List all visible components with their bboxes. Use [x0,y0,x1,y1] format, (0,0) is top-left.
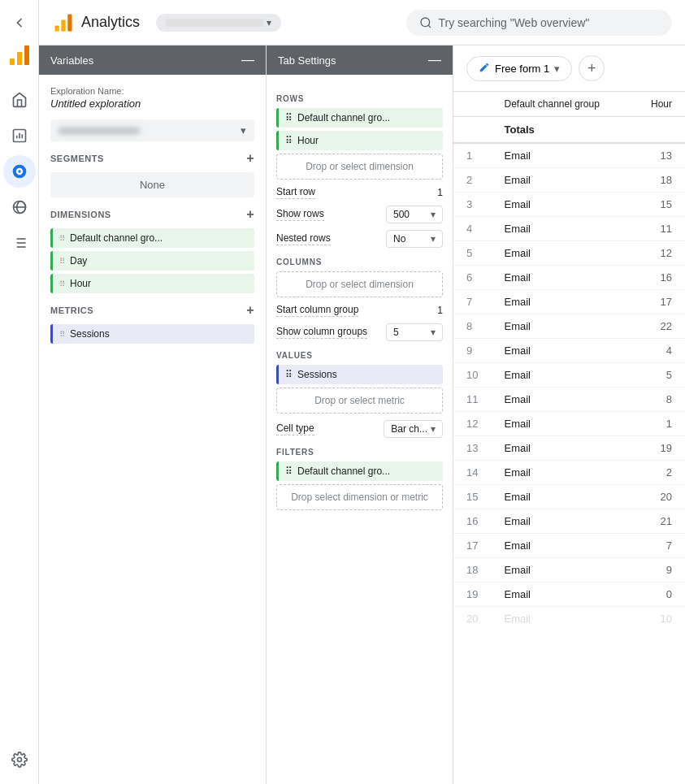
header: Analytics ▾ Try searching "Web overview" [39,0,685,45]
row-value: 20 [631,485,685,509]
row-dimension: Email [491,363,631,388]
table-row: 20 Email 10 [453,607,685,631]
dimension-chip-label: Default channel gro... [70,232,163,244]
nav-list[interactable] [3,227,36,259]
table-row: 13 Email 19 [453,436,685,461]
show-rows-chevron: ▾ [431,209,436,220]
row-dimension: Email [491,461,631,485]
search-bar[interactable]: Try searching "Web overview" [406,10,672,36]
property-dropdown[interactable]: ▾ [50,119,254,141]
drag-handle: ⠿ [285,369,293,380]
values-section-label: VALUES [276,351,443,360]
metrics-list: ⠿Sessions [50,324,254,344]
row-value: 7 [631,534,685,558]
filter-chip[interactable]: ⠿Default channel gro... [276,461,443,481]
panels: Variables — Exploration Name: Untitled e… [39,45,685,784]
row-dimension: Email [491,314,631,339]
nested-rows-value: No [393,233,405,245]
dimension-chip[interactable]: ⠿Day [50,251,254,271]
row-number: 4 [453,217,491,241]
nested-rows-label: Nested rows [276,232,331,245]
data-table-body: 1 Email 13 2 Email 18 3 Email 15 4 Email… [453,143,685,630]
nav-explore[interactable] [3,155,36,188]
svg-rect-0 [10,58,15,65]
nav-advertising[interactable] [3,191,36,223]
nav-reports[interactable] [3,119,36,152]
exploration-name-value[interactable]: Untitled exploration [50,97,254,110]
nested-rows-dropdown[interactable]: No ▾ [386,230,443,248]
cell-type-dropdown[interactable]: Bar ch... ▾ [384,420,443,438]
start-row-setting: Start row 1 [276,186,443,199]
columns-drop-zone[interactable]: Drop or select dimension [276,271,443,297]
drag-handle: ⠿ [59,330,65,339]
show-rows-dropdown[interactable]: 500 ▾ [386,206,443,223]
tab-name: Free form 1 [495,63,549,75]
values-list: ⠿Sessions [276,365,443,384]
svg-point-9 [18,170,20,172]
table-row: 5 Email 12 [453,241,685,266]
row-number: 13 [453,436,491,461]
segments-section-header: SEGMENTS + [50,151,254,166]
dimension-chip[interactable]: ⠿Hour [50,274,254,293]
row-dimension: Email [491,143,631,168]
property-pill[interactable]: ▾ [156,14,281,32]
table-row: 14 Email 2 [453,461,685,485]
back-button[interactable] [3,6,36,39]
tab-free-form-1[interactable]: Free form 1 ▾ [466,56,572,81]
row-dimension: Email [491,168,631,193]
tab-chevron: ▾ [554,63,560,75]
table-row: 17 Email 7 [453,534,685,558]
row-value: 12 [631,241,685,266]
app-title: Analytics [81,14,140,31]
rows-drop-zone[interactable]: Drop or select dimension [276,154,443,180]
row-number: 11 [453,388,491,412]
show-rows-setting: Show rows 500 ▾ [276,206,443,223]
add-tab-button[interactable]: + [579,55,605,81]
segments-add-button[interactable]: + [246,151,254,166]
row-chip-label: Hour [297,135,319,146]
row-dimension: Email [491,485,631,509]
filters-drop-zone[interactable]: Drop select dimension or metric [276,484,443,510]
drag-handle: ⠿ [285,466,293,477]
row-value: 22 [631,314,685,339]
row-value: 19 [631,436,685,461]
show-column-groups-dropdown[interactable]: 5 ▾ [386,323,443,341]
value-chip[interactable]: ⠿Sessions [276,365,443,384]
row-dimension: Email [491,339,631,363]
show-rows-value: 500 [393,209,410,220]
drag-handle: ⠿ [59,234,65,243]
row-dimension: Email [491,266,631,290]
row-value: 16 [631,266,685,290]
tab-settings-minimize-button[interactable]: — [428,54,441,67]
data-table: Default channel group Hour Totals 1 Emai… [453,92,685,630]
variables-panel-header: Variables — [39,45,266,75]
property-selector[interactable]: ▾ [156,14,396,32]
nav-settings[interactable] [3,748,36,781]
start-column-group-value: 1 [437,305,443,316]
row-number: 1 [453,143,491,168]
nav-home[interactable] [3,84,36,116]
row-value: 2 [631,461,685,485]
row-chip[interactable]: ⠿Default channel gro... [276,108,443,128]
values-drop-zone[interactable]: Drop or select metric [276,388,443,414]
col-header-val[interactable]: Hour [631,92,685,117]
metric-chip[interactable]: ⠿Sessions [50,324,254,344]
row-dimension: Email [491,509,631,534]
row-dimension: Email [491,388,631,412]
row-value: 1 [631,412,685,436]
drag-handle: ⠿ [59,279,65,288]
variables-minimize-button[interactable]: — [241,54,254,67]
svg-point-17 [17,758,21,762]
row-chip[interactable]: ⠿Hour [276,131,443,150]
start-row-value: 1 [437,187,443,198]
svg-rect-2 [24,45,29,65]
row-number: 2 [453,168,491,193]
dimension-chip[interactable]: ⠿Default channel gro... [50,228,254,248]
metrics-add-button[interactable]: + [246,303,254,318]
dimension-chip-label: Day [70,255,87,266]
start-row-label: Start row [276,186,315,199]
col-header-dim[interactable]: Default channel group [491,92,631,117]
table-row: 10 Email 5 [453,363,685,388]
row-value: 4 [631,339,685,363]
dimensions-add-button[interactable]: + [246,207,254,222]
